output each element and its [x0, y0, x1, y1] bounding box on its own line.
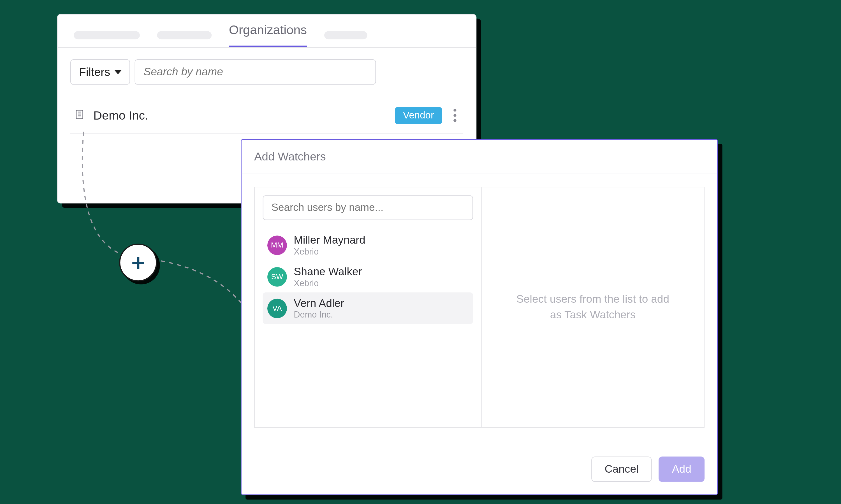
more-options-icon[interactable] — [450, 106, 460, 124]
tab-placeholder — [324, 31, 367, 39]
modal-title: Add Watchers — [242, 140, 717, 174]
building-icon — [74, 108, 85, 123]
user-text: Vern AdlerDemo Inc. — [294, 297, 344, 320]
user-name: Miller Maynard — [294, 234, 365, 247]
plus-icon: + — [132, 250, 145, 275]
org-toolbar: Filters — [58, 48, 476, 85]
user-item[interactable]: VAVern AdlerDemo Inc. — [263, 292, 473, 324]
user-list-pane: MMMiller MaynardXebrioSWShane WalkerXebr… — [254, 187, 481, 428]
modal-footer: Cancel Add — [242, 457, 717, 494]
tab-organizations[interactable]: Organizations — [229, 23, 307, 47]
vendor-badge: Vendor — [395, 107, 442, 124]
filters-button[interactable]: Filters — [70, 59, 130, 85]
org-search-input[interactable] — [135, 59, 376, 85]
user-org: Demo Inc. — [294, 310, 344, 320]
user-search-input[interactable] — [263, 195, 473, 220]
selection-hint: Select users from the list to add as Tas… — [481, 187, 705, 428]
user-name: Shane Walker — [294, 266, 362, 278]
user-name: Vern Adler — [294, 297, 344, 310]
tab-placeholder — [74, 31, 140, 39]
user-item[interactable]: MMMiller MaynardXebrio — [263, 229, 473, 261]
svg-rect-0 — [76, 110, 83, 119]
user-text: Miller MaynardXebrio — [294, 234, 365, 256]
user-org: Xebrio — [294, 247, 365, 256]
org-tabs: Organizations — [58, 15, 476, 48]
org-name: Demo Inc. — [93, 108, 387, 122]
filters-label: Filters — [79, 65, 110, 78]
avatar: VA — [267, 299, 287, 318]
avatar: SW — [267, 267, 287, 286]
cancel-button[interactable]: Cancel — [591, 457, 652, 482]
org-row[interactable]: Demo Inc. Vendor — [70, 106, 463, 134]
user-text: Shane WalkerXebrio — [294, 266, 362, 288]
add-button[interactable]: + — [119, 244, 157, 282]
add-watchers-modal: Add Watchers MMMiller MaynardXebrioSWSha… — [241, 139, 718, 495]
chevron-down-icon — [115, 70, 122, 74]
add-confirm-button[interactable]: Add — [658, 457, 705, 482]
avatar: MM — [267, 235, 287, 255]
tab-placeholder — [157, 31, 211, 39]
user-item[interactable]: SWShane WalkerXebrio — [263, 261, 473, 293]
user-org: Xebrio — [294, 278, 362, 288]
